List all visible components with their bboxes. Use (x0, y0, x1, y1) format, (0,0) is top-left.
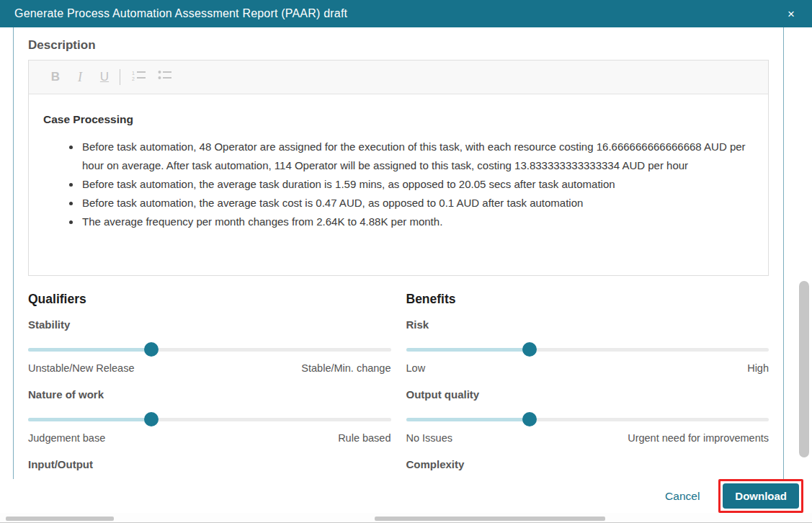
endpoint-right: Rule based (338, 432, 391, 444)
qualifiers-title: Qualifiers (28, 292, 391, 307)
nature-of-work-endpoints: Judgement base Rule based (28, 432, 391, 444)
cutoff-text-fragment (6, 517, 114, 521)
endpoint-left: Judgement base (28, 432, 105, 444)
underline-icon[interactable]: U (92, 70, 117, 84)
risk-slider[interactable] (406, 342, 769, 357)
slider-thumb[interactable] (144, 412, 159, 426)
modal-header: Generate Process Automation Assessment R… (0, 0, 812, 27)
nature-of-work-label: Nature of work (28, 388, 391, 401)
stability-label: Stability (28, 318, 391, 331)
cancel-button[interactable]: Cancel (665, 490, 700, 503)
endpoint-left: Unstable/New Release (28, 362, 135, 374)
rich-text-editor[interactable]: B I U 1 2 (28, 60, 769, 276)
benefits-column: Benefits Risk Low High Output quality (406, 292, 769, 470)
endpoint-right: Stable/Min. change (301, 362, 391, 374)
endpoint-left: No Issues (406, 432, 452, 444)
background-page-sliver (0, 513, 812, 523)
editor-content[interactable]: Case Processing Before task automation, … (29, 94, 768, 231)
output-quality-slider[interactable] (406, 412, 769, 426)
slider-thumb[interactable] (522, 412, 537, 426)
italic-icon[interactable]: I (68, 70, 92, 85)
close-icon[interactable]: × (783, 5, 799, 23)
bullet-list-icon[interactable] (158, 70, 172, 84)
slider-track (406, 348, 769, 352)
description-label: Description (28, 38, 769, 53)
risk-endpoints: Low High (406, 362, 769, 374)
slider-track (28, 348, 391, 352)
output-quality-endpoints: No Issues Urgent need for improvements (406, 432, 769, 444)
risk-label: Risk (406, 318, 769, 331)
modal-body: Description B I U 1 2 (0, 27, 812, 479)
bullet-item: Before task automation, 48 Operator are … (81, 138, 754, 175)
editor-heading: Case Processing (43, 113, 754, 126)
cutoff-text-fragment (375, 517, 605, 521)
editor-toolbar: B I U 1 2 (29, 61, 768, 94)
endpoint-left: Low (406, 362, 426, 374)
slider-thumb[interactable] (522, 342, 537, 357)
bold-icon[interactable]: B (43, 70, 68, 84)
input-output-label: Input/Output (28, 458, 391, 470)
paar-modal: Generate Process Automation Assessment R… (0, 0, 812, 523)
slider-track (28, 418, 391, 421)
stability-endpoints: Unstable/New Release Stable/Min. change (28, 362, 391, 374)
vertical-scrollbar[interactable] (799, 281, 809, 457)
svg-text:1: 1 (132, 71, 135, 76)
nature-of-work-slider[interactable] (28, 412, 391, 426)
download-button[interactable]: Download (723, 483, 799, 509)
slider-track (406, 418, 769, 421)
endpoint-right: High (747, 362, 769, 374)
bullet-item: Before task automation, the average task… (81, 175, 754, 194)
description-bullet-list: Before task automation, 48 Operator are … (81, 138, 754, 231)
bullet-item: The average frequency per month changes … (81, 213, 754, 231)
annotation-highlight: Download (718, 479, 803, 513)
toolbar-divider (120, 69, 120, 85)
stability-slider[interactable] (28, 342, 391, 357)
modal-footer: Cancel Download (0, 479, 812, 513)
output-quality-label: Output quality (406, 388, 769, 401)
bullet-item: Before task automation, the average task… (81, 194, 754, 213)
slider-thumb[interactable] (144, 342, 159, 357)
qualifiers-column: Qualifiers Stability Unstable/New Releas… (28, 292, 391, 470)
endpoint-right: Urgent need for improvements (628, 432, 769, 444)
ordered-list-icon[interactable]: 1 2 (132, 70, 146, 84)
benefits-title: Benefits (406, 292, 769, 307)
modal-title: Generate Process Automation Assessment R… (14, 7, 783, 20)
form-panel: Description B I U 1 2 (13, 27, 784, 479)
complexity-label: Complexity (406, 458, 769, 470)
svg-text:2: 2 (132, 76, 135, 81)
